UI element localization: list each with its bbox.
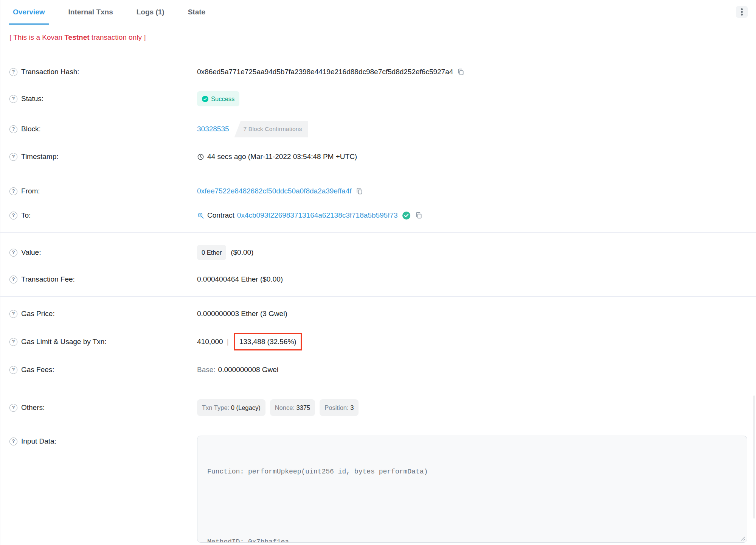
testnet-warning: [ This is a Kovan Testnet transaction on… [0,24,756,42]
block-label: Block: [21,124,41,134]
resize-handle[interactable] [740,536,745,541]
help-icon[interactable] [9,95,17,103]
check-circle-icon [202,96,208,102]
gas-limit-usage-label: Gas Limit & Usage by Txn: [21,337,107,347]
position-value: 3 [350,404,354,411]
help-icon[interactable] [9,310,17,318]
from-label: From: [21,186,40,196]
gas-fees-label: Gas Fees: [21,365,54,375]
help-icon[interactable] [9,153,17,161]
usd-value: ($0.00) [231,248,253,257]
row-gas-price: Gas Price: 0.000000003 Ether (3 Gwei) [9,302,747,326]
copy-icon[interactable] [415,212,422,219]
kebab-dot [741,14,743,16]
transaction-hash-value: 0x86ed5a771e725aa94d5b7fa2398e4419e216d8… [197,67,453,77]
kebab-dot [741,11,743,13]
status-badge: Success [197,91,239,106]
help-icon[interactable] [9,212,17,220]
help-icon[interactable] [9,366,17,374]
kebab-dot [741,8,743,10]
row-transaction-hash: Transaction Hash: 0x86ed5a771e725aa94d5b… [9,60,747,84]
tab-logs[interactable]: Logs (1) [132,0,169,24]
copy-icon[interactable] [457,68,464,76]
txn-type-badge: Txn Type: 0 (Legacy) [197,399,265,416]
section-divider [0,174,756,174]
others-label: Others: [21,403,45,413]
transaction-hash-label: Transaction Hash: [21,67,79,77]
tab-internal-txns[interactable]: Internal Txns [64,0,117,24]
row-block: Block: 30328535 7 Block Confirmations [9,114,747,145]
value-label: Value: [21,248,41,257]
to-label: To: [21,210,31,220]
input-data-label: Input Data: [21,436,56,446]
row-others: Others: Txn Type: 0 (Legacy) Nonce: 3375… [9,392,747,423]
transaction-fee-label: Transaction Fee: [21,274,75,284]
help-icon[interactable] [9,438,17,445]
gas-usage-annotation-box: 133,488 (32.56%) [234,333,302,350]
gas-usage-value: 133,488 (32.56%) [239,338,297,346]
row-value: Value: 0 Ether ($0.00) [9,238,747,267]
gas-price-label: Gas Price: [21,309,55,319]
nonce-value: 3375 [297,404,310,411]
input-data-line: Function: performUpkeep(uint256 id, byte… [207,466,737,478]
contract-word: Contract [207,210,234,220]
ether-value-badge: 0 Ether [197,245,226,260]
timestamp-value: 44 secs ago (Mar-11-2022 03:54:48 PM +UT… [207,152,357,162]
transaction-overview-card: Overview Internal Txns Logs (1) State [ … [0,0,756,545]
tab-bar: Overview Internal Txns Logs (1) State [0,0,756,24]
status-label: Status: [21,94,43,104]
txn-type-value: 0 (Legacy) [231,404,261,411]
row-transaction-fee: Transaction Fee: 0.000400464 Ether ($0.0… [9,267,747,291]
row-timestamp: Timestamp: 44 secs ago (Mar-11-2022 03:5… [9,145,747,169]
more-options-button[interactable] [736,6,748,18]
row-status: Status: Success [9,84,747,114]
warning-prefix: [ This is a Kovan [9,33,64,41]
help-icon[interactable] [9,338,17,346]
section-divider [0,296,756,297]
zoom-in-icon[interactable] [197,212,204,219]
copy-icon[interactable] [355,187,363,195]
page-scrollbar-thumb[interactable] [753,396,755,519]
help-icon[interactable] [9,249,17,257]
block-confirmations-badge: 7 Block Confirmations [234,121,308,137]
clock-icon [197,153,204,160]
status-value: Success [211,94,234,104]
row-gas-fees: Gas Fees: Base: 0.000000008 Gwei [9,358,747,382]
base-fee-label: Base: [197,365,216,375]
section-divider [0,387,756,387]
row-input-data: Input Data: Function: performUpkeep(uint… [9,423,747,545]
block-number-link[interactable]: 30328535 [197,124,229,134]
input-data-line [207,501,737,513]
warning-suffix: transaction only ] [90,33,146,41]
help-icon[interactable] [9,125,17,133]
row-gas-limit-usage: Gas Limit & Usage by Txn: 410,000 | 133,… [9,326,747,358]
row-to: To: Contract 0x4cb093f226983713164a62138… [9,203,747,227]
tab-overview[interactable]: Overview [9,0,49,24]
tab-state[interactable]: State [184,0,210,24]
to-address-link[interactable]: 0x4cb093f226983713164a62138c3f718a5b595f… [237,210,398,220]
help-icon[interactable] [9,187,17,195]
base-fee-value: 0.000000008 Gwei [218,365,279,375]
transaction-fee-value: 0.000400464 Ether ($0.00) [197,274,283,284]
txn-type-name: Txn Type: [202,404,231,411]
help-icon[interactable] [9,276,17,283]
gas-limit-value: 410,000 [197,337,223,347]
nonce-badge: Nonce: 3375 [270,399,315,416]
gas-separator: | [227,337,229,347]
row-from: From: 0xfee7522e8482682cf50ddc50a0f8da2a… [9,179,747,203]
warning-bold: Testnet [64,33,89,41]
nonce-name: Nonce: [275,404,297,411]
help-icon[interactable] [9,68,17,76]
input-data-line: MethodID: 0x7bbaf1ea [207,536,737,543]
position-name: Position: [324,404,350,411]
input-data-textarea[interactable]: Function: performUpkeep(uint256 id, byte… [197,436,747,543]
help-icon[interactable] [9,404,17,412]
timestamp-label: Timestamp: [21,152,59,162]
position-badge: Position: 3 [320,399,359,416]
section-divider [0,232,756,233]
gas-price-value: 0.000000003 Ether (3 Gwei) [197,309,287,319]
verified-check-icon [402,212,410,220]
from-address-link[interactable]: 0xfee7522e8482682cf50ddc50a0f8da2a39effa… [197,186,352,196]
